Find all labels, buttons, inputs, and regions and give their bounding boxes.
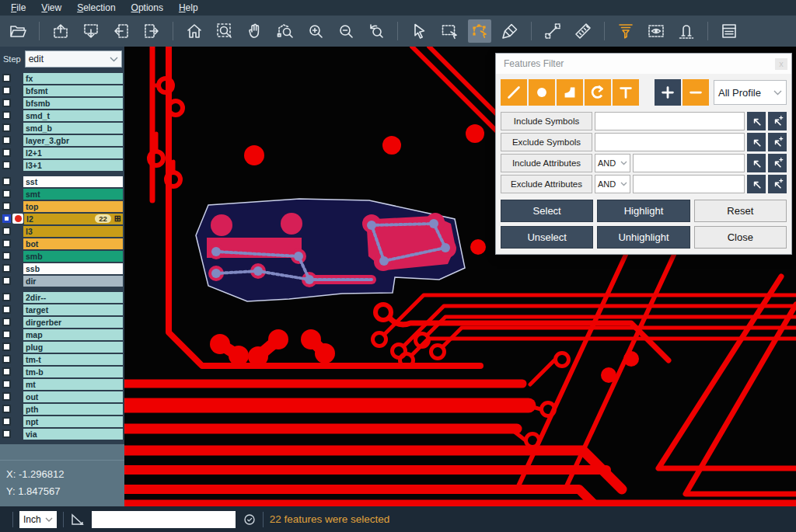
command-input[interactable]: [92, 511, 236, 528]
layer-checkbox[interactable]: [2, 177, 11, 186]
layer-checkbox[interactable]: [2, 380, 11, 388]
include-symbols-pick-icon[interactable]: [747, 112, 766, 130]
layer-row-tm-t[interactable]: tm-t: [0, 353, 124, 365]
open-icon[interactable]: [6, 19, 30, 43]
layer-row-target[interactable]: target: [0, 304, 124, 315]
layer-row-l2+1[interactable]: l2+1: [0, 147, 124, 158]
layer-label[interactable]: ssb: [23, 263, 123, 274]
layer-checkbox[interactable]: [2, 252, 11, 260]
include-attributes-input[interactable]: [633, 154, 745, 172]
layer-label[interactable]: dirgerber: [23, 317, 123, 328]
layer-checkbox[interactable]: [2, 355, 11, 363]
feature-type-arc-icon[interactable]: [585, 79, 611, 106]
layer-row-l3+1[interactable]: l3+1: [0, 159, 124, 171]
layer-checkbox[interactable]: [2, 330, 11, 339]
layer-checkbox[interactable]: [2, 392, 11, 401]
remove-filter-icon[interactable]: [683, 79, 709, 106]
menu-options[interactable]: Options: [124, 1, 171, 15]
layer-checkbox[interactable]: [2, 367, 11, 376]
layer-checkbox[interactable]: [2, 227, 11, 235]
menu-file[interactable]: File: [3, 1, 33, 15]
layer-label[interactable]: layer_3.gbr: [23, 135, 123, 146]
layer-label[interactable]: 2dir--: [23, 292, 123, 303]
move-left-icon[interactable]: [110, 19, 133, 43]
include-symbols-input[interactable]: [595, 112, 745, 130]
zoom-in-icon[interactable]: [304, 19, 327, 43]
unit-select[interactable]: Inch: [19, 511, 57, 528]
layer-checkbox[interactable]: [2, 161, 11, 169]
layer-row-plug[interactable]: plug: [0, 341, 124, 353]
layer-checkbox[interactable]: [2, 264, 11, 273]
layer-checkbox[interactable]: [2, 293, 11, 301]
layer-row-tm-b[interactable]: tm-b: [0, 366, 124, 377]
layer-checkbox[interactable]: [2, 405, 11, 413]
include-symbols-button[interactable]: Include Symbols: [501, 112, 592, 130]
layer-label[interactable]: via: [23, 429, 123, 440]
layer-row-dirgerber[interactable]: dirgerber: [0, 316, 124, 328]
include-attributes-pick-icon[interactable]: [747, 154, 766, 172]
layer-label[interactable]: sst: [23, 176, 123, 187]
zoom-out-icon[interactable]: [334, 19, 358, 43]
layer-label[interactable]: l3+1: [23, 160, 123, 171]
exclude-symbols-pick-icon[interactable]: [747, 133, 766, 151]
layer-row-l3[interactable]: l3: [0, 225, 124, 237]
reset-button[interactable]: Reset: [694, 200, 787, 222]
layer-label[interactable]: npt: [23, 416, 123, 427]
layer-checkbox[interactable]: [2, 123, 11, 132]
move-right-icon[interactable]: [140, 19, 163, 43]
include-symbols-pick-add-icon[interactable]: [768, 112, 787, 130]
exclude-symbols-input[interactable]: [595, 133, 745, 151]
layer-label[interactable]: smb: [23, 251, 123, 262]
menu-selection[interactable]: Selection: [69, 1, 123, 15]
move-down-icon[interactable]: [79, 19, 103, 43]
highlight-button[interactable]: Highlight: [597, 200, 690, 222]
layers-panel-icon[interactable]: [717, 19, 741, 43]
layer-label[interactable]: top: [23, 201, 123, 212]
close-icon[interactable]: x: [775, 58, 787, 70]
layer-row-2dir--[interactable]: 2dir--: [0, 291, 124, 303]
feature-type-surface-icon[interactable]: [557, 79, 583, 106]
layer-label[interactable]: l2+1: [23, 148, 123, 158]
add-filter-icon[interactable]: [655, 79, 681, 106]
unselect-button[interactable]: Unselect: [501, 226, 593, 249]
refresh-icon[interactable]: [243, 513, 257, 527]
layer-label[interactable]: out: [23, 391, 123, 402]
layer-checkbox[interactable]: [2, 111, 11, 120]
home-icon[interactable]: [183, 19, 206, 43]
layer-label[interactable]: mt: [23, 379, 123, 390]
layer-row-sst[interactable]: sst: [0, 176, 124, 187]
feature-type-line-icon[interactable]: [501, 79, 527, 106]
move-up-icon[interactable]: [49, 19, 72, 43]
pan-icon[interactable]: [243, 19, 267, 43]
layer-row-dir[interactable]: dir: [0, 275, 124, 287]
include-attributes-button[interactable]: Include Attributes: [501, 154, 592, 172]
select-polygon-icon[interactable]: [468, 19, 491, 43]
exclude-attributes-operator-select[interactable]: AND: [595, 175, 630, 193]
layer-checkbox[interactable]: [2, 190, 11, 198]
layer-checkbox[interactable]: [2, 86, 11, 95]
layer-row-pth[interactable]: pth: [0, 403, 124, 415]
dialog-title-bar[interactable]: Features Filter x: [496, 54, 791, 74]
select-rect-icon[interactable]: [438, 19, 461, 43]
layer-row-bot[interactable]: bot: [0, 238, 124, 249]
layer-row-fx[interactable]: fx: [0, 72, 124, 84]
layer-grid-icon[interactable]: ⊞: [114, 214, 121, 223]
layer-label[interactable]: target: [23, 304, 123, 315]
zoom-polygon-icon[interactable]: [274, 19, 297, 43]
feature-type-text-icon[interactable]: [613, 79, 639, 106]
layer-row-ssb[interactable]: ssb: [0, 263, 124, 274]
layer-label[interactable]: pth: [23, 404, 123, 415]
menu-view[interactable]: View: [33, 1, 69, 15]
layer-row-l2[interactable]: l222⊞: [0, 213, 124, 224]
zoom-area-icon[interactable]: [213, 19, 236, 43]
layer-checkbox[interactable]: [2, 305, 11, 314]
profile-select[interactable]: All Profile: [714, 80, 787, 105]
exclude-attributes-button[interactable]: Exclude Attributes: [501, 175, 592, 193]
active-layer-indicator[interactable]: [12, 214, 23, 224]
exclude-symbols-button[interactable]: Exclude Symbols: [501, 133, 592, 151]
layer-label[interactable]: tm-t: [23, 354, 123, 365]
layer-row-npt[interactable]: npt: [0, 416, 124, 427]
layer-row-smd_t[interactable]: smd_t: [0, 110, 124, 121]
exclude-attributes-pick-add-icon[interactable]: [768, 175, 787, 193]
layer-checkbox[interactable]: [2, 239, 11, 248]
